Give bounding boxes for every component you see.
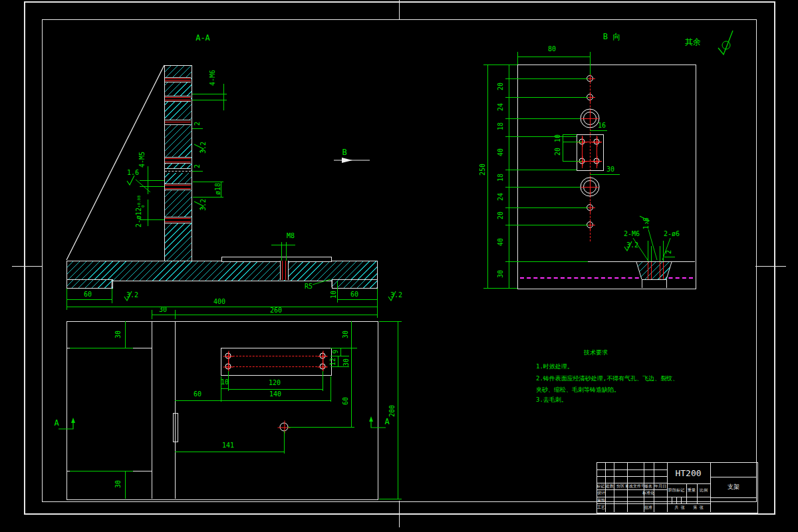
cad-drawing-sheet: A-A 4-M6 4-M5 1.6 3.2 3.2 2 2 ø18 [0,0,798,532]
ext-line [651,246,652,261]
hole-marker [225,364,231,370]
dim-line [66,299,112,300]
hole-marker [594,158,600,164]
center-mark-top [399,0,400,19]
base-section [66,261,378,281]
tb-line [697,483,698,503]
dim-line [221,388,228,389]
dim-80: 80 [548,46,556,53]
tb-line [667,462,668,512]
section-mark-a: A [54,420,59,426]
ladder-dim: 24 [497,103,504,111]
ladder-dim: 20 [497,211,504,219]
thread-line [663,262,664,279]
note-line: 2.铸件表面应经清砂处理,不得有气孔、飞边、裂纹、 [536,376,678,382]
dim-line [487,65,488,288]
tb-line [597,497,667,497]
tb-label: 第 张 [693,505,704,509]
m8-hole [280,261,289,280]
roughness-symbol [388,291,397,301]
dim-250: 250 [479,164,486,176]
ext-line [331,376,331,402]
hole-marker [225,353,231,359]
ext-line [193,182,223,182]
ext-line [112,289,112,303]
thread-line [651,262,652,279]
tb-line [597,489,667,490]
dim-60: 60 [194,391,201,398]
dim-line [271,245,295,245]
ext-line [517,52,518,65]
dim-4m5: 4-M5 [139,152,146,168]
pocket-line [642,279,667,280]
tb-label: 更改文件号 [625,484,645,488]
dim-line [517,57,590,57]
dim-30: 30 [342,331,349,338]
plan-line [175,321,176,499]
dim-12: 12 [330,358,336,366]
hole-band [165,120,191,125]
dim-10: 10 [555,134,561,142]
tb-label: 分区 [616,484,624,488]
dim-2m6: 2-M6 [624,231,640,237]
magenta-datum-line [520,277,693,279]
dim-line [351,374,352,427]
tb-line [672,497,672,503]
ladder-rung [505,78,588,79]
tb-label: 处数 [606,484,614,488]
dim-line [228,389,323,390]
ext-line [590,52,591,74]
tb-line [710,477,757,477]
dim-r5: R5 [305,283,313,290]
dim-phi18: ø18 [215,183,221,195]
dim-140: 140 [269,391,281,398]
thread-line [648,262,648,279]
dim-20: 20 [555,148,561,156]
dim-line [340,348,341,356]
ext-line [140,180,164,181]
bore-inner [583,180,597,194]
ext-line [323,371,323,391]
dim-400: 400 [213,299,225,305]
ext-line [483,65,517,65]
section-title-aa: A-A [196,35,210,41]
hole-band [165,184,191,190]
tb-line [597,503,667,504]
dim-2: 2 [666,250,672,254]
dim-line [175,400,331,401]
roughness-symbol [124,291,133,301]
ladder-dim: 18 [497,122,504,130]
ext-line [331,366,349,367]
tb-label: 阶段标记 [668,488,684,492]
notes-title: 技术要求 [584,350,608,356]
pocket-line [642,279,642,288]
tb-line [681,497,682,503]
dim-30: 30 [606,166,614,173]
ext-line [192,94,227,94]
ext-line [660,246,660,261]
tb-label: 设计 [597,491,605,495]
dim-line [125,471,126,499]
tb-label: 共 张 [674,505,685,509]
dim-line [175,452,284,452]
tb-line [597,476,667,477]
tb-label: 年月日 [654,484,666,488]
ladder-rung [505,187,580,188]
dim-line [192,128,203,129]
roughness-symbol [639,215,650,224]
tb-label: 批准 [644,505,652,509]
ladder-rung [505,170,577,170]
ladder-rung [505,225,588,225]
note-line: 夹砂、缩松、毛刺等铸造缺陷。 [536,387,620,393]
ext-line [193,197,223,198]
dim-m8: M8 [287,233,295,239]
dim-2: 2 [194,164,201,168]
dim-line [398,321,398,499]
tb-label: 标准化 [642,491,654,495]
ladder-rung [505,207,588,208]
ladder-dim: 18 [497,174,504,182]
dim-line [590,174,620,175]
dim-line [563,134,563,161]
tb-line [597,469,667,470]
bore-inner [583,112,597,125]
